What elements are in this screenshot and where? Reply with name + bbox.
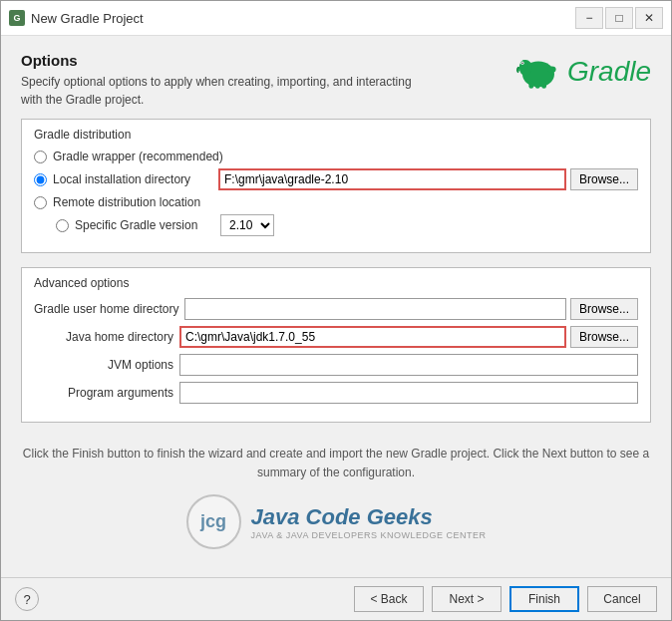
gradle-distribution-title: Gradle distribution [34,128,638,142]
gradle-brand-label: Gradle [567,56,651,88]
jvm-options-input[interactable] [179,354,638,376]
svg-rect-6 [541,81,546,89]
gradle-elephant-icon [513,52,563,92]
close-button[interactable]: ✕ [635,7,663,29]
info-area: Click the Finish button to finish the wi… [21,433,651,561]
jcg-sub-label: Java & Java Developers Knowledge Center [251,530,487,540]
local-radio[interactable] [34,173,47,186]
svg-rect-4 [528,81,533,89]
program-label: Program arguments [34,386,173,400]
window-controls: − □ ✕ [575,7,663,29]
dialog-footer: ? < Back Next > Finish Cancel [1,577,671,620]
local-browse-button[interactable]: Browse... [570,168,638,190]
remote-radio[interactable] [34,196,47,209]
gradle-home-row: Gradle user home directory Browse... [34,298,638,320]
finish-button[interactable]: Finish [509,586,579,612]
java-home-input[interactable] [179,326,566,348]
advanced-options-title: Advanced options [34,276,638,290]
wrapper-radio-row: Gradle wrapper (recommended) [34,150,638,163]
jcg-logo: jcg Java Code Geeks Java & Java Develope… [186,494,487,549]
content-area: Options Specify optional options to appl… [1,36,671,577]
gradle-version-select[interactable]: 2.10 [220,214,274,236]
svg-point-9 [521,62,523,64]
jvm-label: JVM options [34,358,173,372]
specific-version-row: Specific Gradle version 2.10 [34,214,638,236]
svg-rect-5 [535,81,540,89]
java-home-label: Java home directory [34,330,173,344]
gradle-home-browse-button[interactable]: Browse... [570,298,638,320]
help-button[interactable]: ? [15,587,39,611]
local-label: Local installation directory [53,172,212,186]
page-title: Options [21,52,420,69]
gradle-home-label: Gradle user home directory [34,302,178,316]
local-field-group: Browse... [218,168,638,190]
java-home-row: Java home directory Browse... [34,326,638,348]
maximize-button[interactable]: □ [605,7,633,29]
gradle-home-field-group: Browse... [184,298,638,320]
svg-point-7 [520,60,528,71]
jcg-main-label: Java Code Geeks [251,504,487,530]
program-arguments-input[interactable] [179,382,638,404]
java-home-field-group: Browse... [179,326,638,348]
jcg-text-block: Java Code Geeks Java & Java Developers K… [251,504,487,540]
java-home-browse-button[interactable]: Browse... [570,326,638,348]
local-radio-row: Local installation directory Browse... [34,168,638,190]
jcg-circle-text: jcg [200,511,226,532]
jvm-options-row: JVM options [34,354,638,376]
wrapper-radio[interactable] [34,151,47,163]
window-icon: G [9,10,25,26]
advanced-options-section: Advanced options Gradle user home direct… [21,267,651,423]
back-button[interactable]: < Back [354,586,424,612]
header-text: Options Specify optional options to appl… [21,52,420,109]
program-arguments-row: Program arguments [34,382,638,404]
title-bar: G New Gradle Project − □ ✕ [1,1,671,36]
gradle-distribution-section: Gradle distribution Gradle wrapper (reco… [21,119,651,253]
gradle-logo: Gradle [513,52,651,92]
jcg-circle-icon: jcg [186,494,241,549]
new-gradle-project-window: G New Gradle Project − □ ✕ Options Speci… [0,0,672,621]
remote-label: Remote distribution location [53,195,200,209]
remote-radio-row: Remote distribution location [34,195,638,209]
wrapper-label: Gradle wrapper (recommended) [53,150,223,163]
cancel-button[interactable]: Cancel [587,586,657,612]
svg-point-10 [548,66,556,72]
window-title: New Gradle Project [31,11,569,26]
local-directory-input[interactable] [218,168,566,190]
minimize-button[interactable]: − [575,7,603,29]
specific-label: Specific Gradle version [75,218,214,232]
info-message: Click the Finish button to finish the wi… [21,445,651,482]
next-button[interactable]: Next > [432,586,502,612]
svg-text:G: G [13,13,20,23]
page-header: Options Specify optional options to appl… [21,52,651,109]
specific-radio[interactable] [56,219,69,232]
gradle-home-input[interactable] [184,298,566,320]
page-description: Specify optional options to apply when c… [21,73,420,109]
